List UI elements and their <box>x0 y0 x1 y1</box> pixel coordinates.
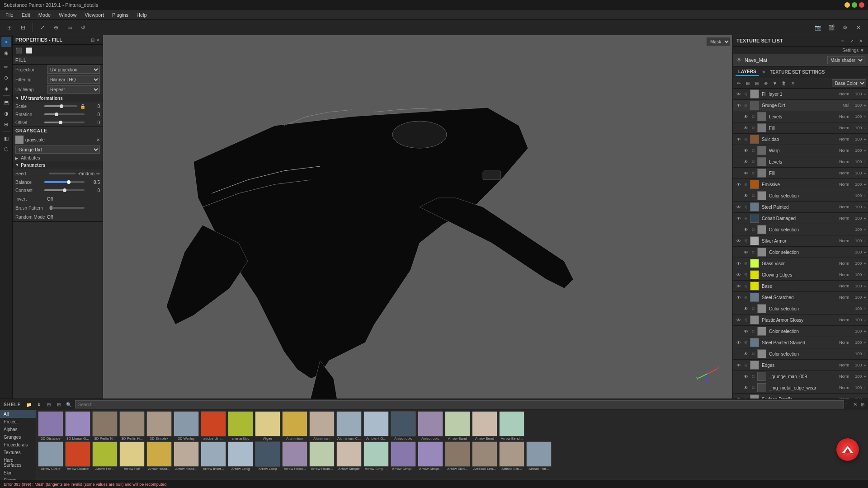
shelf-item[interactable]: Arrow Simple <box>336 441 362 471</box>
layer-row[interactable]: 👁 ⛓ Emissive Norm 100 + <box>733 179 868 190</box>
brush-pattern-thumb[interactable] <box>50 206 52 210</box>
shelf-item[interactable]: Arrow Inset... <box>201 441 226 471</box>
contrast-thumb[interactable] <box>63 188 66 192</box>
menu-edit[interactable]: Edit <box>18 11 34 19</box>
shelf-import-btn[interactable]: ⬇ <box>34 400 43 409</box>
layer-add-icon[interactable]: + <box>863 284 866 289</box>
tab-layers[interactable]: LAYERS <box>736 68 759 76</box>
toolbar-transform-button[interactable]: ⤢ <box>37 22 48 33</box>
shelf-item[interactable]: 3D Perlin N... <box>92 411 118 441</box>
shelf-item-thumb[interactable] <box>309 441 335 467</box>
menu-help[interactable]: Help <box>133 11 151 19</box>
layers-merge-btn[interactable]: ▼ <box>771 79 779 87</box>
layer-add-icon[interactable]: + <box>863 182 866 187</box>
shelf-item-thumb[interactable] <box>92 441 118 467</box>
shelf-item-thumb[interactable] <box>228 411 253 436</box>
layer-visibility-icon[interactable]: 👁 <box>743 170 749 176</box>
layer-row[interactable]: 👁 ⛓ Silver Armor Norm 100 + <box>733 235 868 247</box>
vt-add-button[interactable]: ⊕ <box>1 73 11 83</box>
layers-paste-btn[interactable]: ⊟ <box>753 79 761 87</box>
shelf-item[interactable]: 3D Distance <box>38 411 63 441</box>
grayscale-close-icon[interactable]: ✕ <box>96 137 100 142</box>
layer-add-icon[interactable]: + <box>863 148 866 153</box>
shelf-item-thumb[interactable] <box>174 441 199 467</box>
layer-add-icon[interactable]: + <box>863 329 866 334</box>
toolbar-anchor-button[interactable]: ⊕ <box>50 22 62 33</box>
layer-add-icon[interactable]: + <box>863 114 866 119</box>
tsl-expand-btn[interactable]: ↗ <box>848 37 855 44</box>
layers-delete-btn[interactable]: 🗑 <box>780 79 788 87</box>
shelf-item[interactable]: Arrow Fre... <box>92 441 118 471</box>
shelf-item-thumb[interactable] <box>499 441 524 467</box>
shelf-item-thumb[interactable] <box>499 411 524 436</box>
shelf-cat-grunges[interactable]: Grunges <box>0 433 36 441</box>
shelf-cat-textures[interactable]: Textures <box>0 449 36 456</box>
layer-row[interactable]: 👁 ⛓ Edges Norm 100 + <box>733 360 868 371</box>
shelf-item-thumb[interactable] <box>119 411 145 436</box>
layers-channel-select[interactable]: Base Color <box>832 79 866 87</box>
shelf-item[interactable]: Aluminium <box>282 411 307 441</box>
seed-edit-icon[interactable]: ✏ <box>96 171 100 176</box>
layer-visibility-icon[interactable]: 👁 <box>743 113 749 120</box>
layers-anchor-btn[interactable]: ⊕ <box>762 79 770 87</box>
attributes-row[interactable]: ▶ Attributes <box>13 155 103 161</box>
shelf-cat-hard-surfaces[interactable]: Hard Surfaces <box>0 456 36 469</box>
layer-row[interactable]: 👁 ⛓ Glass Visor Norm 100 + <box>733 258 868 269</box>
layer-row[interactable]: 👁 ⛓ Color selection 100 + <box>733 190 868 202</box>
layer-visibility-icon[interactable]: 👁 <box>743 385 749 391</box>
layer-visibility-icon[interactable]: 👁 <box>736 260 742 267</box>
layer-visibility-icon[interactable]: 👁 <box>743 373 749 380</box>
layer-add-icon[interactable]: + <box>863 374 866 379</box>
shelf-item[interactable]: alienarBipc <box>228 411 253 441</box>
layer-row[interactable]: 👁 ⛓ Color selection 100 + <box>733 348 868 360</box>
layer-row[interactable]: 👁 ⛓ Fill Norm 100 + <box>733 168 868 179</box>
layer-visibility-icon[interactable]: 👁 <box>743 305 749 312</box>
shelf-item-thumb[interactable] <box>418 411 443 436</box>
layer-row[interactable]: 👁 ⛓ Plastic Armor Glossy Norm 100 + <box>733 314 868 326</box>
layer-visibility-icon[interactable]: 👁 <box>743 159 749 165</box>
layer-visibility-icon[interactable]: 👁 <box>736 317 742 323</box>
shelf-item[interactable]: Algae <box>255 411 280 441</box>
shelf-item[interactable]: Arrow Simpl... <box>418 441 443 471</box>
layer-add-icon[interactable]: + <box>863 160 866 164</box>
shelf-item-thumb[interactable] <box>255 441 280 467</box>
shelf-item[interactable]: Arrow Roun... <box>309 441 335 471</box>
layer-visibility-icon[interactable]: 👁 <box>736 215 742 221</box>
layers-edit-btn[interactable]: ✏ <box>735 79 743 87</box>
3d-viewport[interactable] <box>103 35 732 399</box>
layer-row[interactable]: 👁 ⛓ Warp Norm 100 + <box>733 145 868 156</box>
shelf-item-thumb[interactable] <box>65 441 90 467</box>
shelf-cat-filters[interactable]: Filters <box>0 477 36 480</box>
toolbar-camera-button[interactable]: 📷 <box>812 22 824 33</box>
shelf-item-thumb[interactable] <box>418 441 443 467</box>
shelf-item[interactable]: Artistic Bru... <box>499 441 524 471</box>
shelf-item[interactable]: Arrow Simpl... <box>363 441 389 471</box>
layer-add-icon[interactable]: + <box>863 92 866 97</box>
layer-add-icon[interactable]: + <box>863 306 866 311</box>
texture-set-nave-mat[interactable]: 👁 Nave_Mat Main shader <box>733 54 868 66</box>
parameters-header[interactable]: ▼ Parameters <box>13 161 103 169</box>
shelf-item-thumb[interactable] <box>472 411 497 436</box>
shelf-item-thumb[interactable] <box>119 441 145 467</box>
viewport[interactable]: Mask <box>103 35 732 399</box>
layer-visibility-icon[interactable]: 👁 <box>736 91 742 97</box>
vt-extra-button[interactable]: ◧ <box>1 133 11 143</box>
layer-add-icon[interactable]: + <box>863 193 866 198</box>
shelf-item-thumb[interactable] <box>363 411 389 436</box>
layer-row[interactable]: 👁 ⛓ _grunge_map_009 Norm 100 + <box>733 371 868 382</box>
layer-add-icon[interactable]: + <box>863 352 866 357</box>
layer-row[interactable]: 👁 ⛓ Fill Norm 100 + <box>733 122 868 134</box>
layer-add-icon[interactable]: + <box>863 216 866 221</box>
shelf-item-thumb[interactable] <box>146 411 172 436</box>
layer-visibility-icon[interactable]: 👁 <box>736 102 742 108</box>
layer-row[interactable]: 👁 ⛓ Color selection 100 + <box>733 326 868 337</box>
shelf-item[interactable]: Arrow Head... <box>174 441 199 471</box>
layer-visibility-icon[interactable]: 👁 <box>736 181 742 188</box>
layer-add-icon[interactable]: + <box>863 261 866 266</box>
vt-brush-button[interactable]: ✦ <box>1 37 11 47</box>
menu-plugins[interactable]: Plugins <box>108 11 132 19</box>
menu-viewport[interactable]: Viewport <box>81 11 108 19</box>
shelf-item[interactable]: Arrow Skin... <box>445 441 470 471</box>
texture-set-mode-select[interactable]: Main shader <box>827 56 864 64</box>
close-window-button[interactable] <box>859 2 864 8</box>
